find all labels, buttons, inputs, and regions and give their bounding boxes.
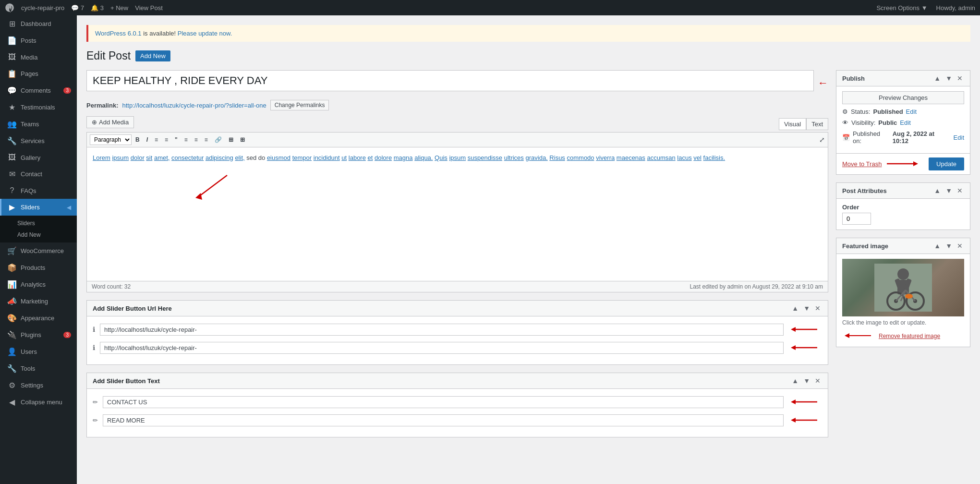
slider-url-input-2[interactable]: http://localhost/luzuk/cycle-repair- [100,342,784,354]
visibility-label: Visibility: [851,119,875,126]
post-attr-down-button[interactable]: ▼ [944,187,954,194]
published-edit-link[interactable]: Edit [954,134,964,141]
status-icon: ⚙ [842,108,848,115]
faqs-icon: ? [7,186,17,195]
update-now-link[interactable]: Please update now. [178,30,232,37]
link-button[interactable]: 🔗 [212,135,225,145]
updates-icon[interactable]: 🔔 3 [91,4,104,12]
submenu-item-add-new[interactable]: Add New [0,229,77,241]
submenu-item-sliders[interactable]: Sliders [0,218,77,229]
new-button[interactable]: + New [110,4,128,12]
comments-icon[interactable]: 💬 7 [71,4,84,12]
post-title-input[interactable]: KEEP HEALTHY , RIDE EVERY DAY [86,70,814,91]
adminbar-left: cycle-repair-pro 💬 7 🔔 3 + New View Post [5,3,163,12]
bold-button[interactable]: B [133,135,143,145]
sidebar-item-collapse[interactable]: ◀ Collapse menu [0,394,77,411]
align-right-button[interactable]: ≡ [202,135,211,145]
sidebar-item-plugins[interactable]: 🔌 Plugins 3 [0,327,77,343]
sidebar-item-contact[interactable]: ✉ Contact [0,166,77,182]
change-permalinks-button[interactable]: Change Permalinks [270,100,329,110]
visibility-edit-link[interactable]: Edit [900,119,910,126]
add-new-button[interactable]: Add New [135,50,170,61]
align-center-button[interactable]: ≡ [192,135,201,145]
slider-url-up-button[interactable]: ▲ [790,304,800,312]
slider-text-input-2[interactable]: READ MORE [103,414,784,426]
publish-down-button[interactable]: ▼ [944,74,954,82]
sidebar-item-settings[interactable]: ⚙ Settings [0,377,77,394]
permalink-url[interactable]: http://localhost/luzuk/cycle-repair-pro/… [122,102,266,109]
remove-featured-image-link[interactable]: Remove featured image [879,333,940,339]
move-to-trash-button[interactable]: Move to Trash [842,160,882,168]
slider-text-close-button[interactable]: ✕ [813,377,822,385]
page-header: Edit Post Add New [86,49,970,62]
sidebar-item-dashboard[interactable]: ⊞ Dashboard [0,15,77,32]
screen-options-button[interactable]: Screen Options ▼ [876,4,927,12]
sidebar-item-label: Dashboard [21,20,51,27]
edit-icon-2[interactable]: ✏ [93,417,98,424]
preview-changes-button[interactable]: Preview Changes [842,91,964,104]
site-name[interactable]: cycle-repair-pro [21,4,64,12]
more-button[interactable]: ⊞ [237,135,248,145]
format-select[interactable]: Paragraph [90,134,132,145]
add-media-button[interactable]: ⊕ Add Media [86,116,134,128]
info-icon-1: ℹ [93,326,95,333]
slider-url-close-button[interactable]: ✕ [813,304,822,312]
sidebar-item-media[interactable]: 🖼 Media [0,49,77,65]
slider-text-header[interactable]: Add Slider Button Text ▲ ▼ ✕ [87,373,828,389]
wp-logo-icon[interactable] [5,3,14,12]
featured-image-thumbnail[interactable] [842,259,964,316]
sidebar-item-pages[interactable]: 📋 Pages [0,65,77,82]
post-attr-close-button[interactable]: ✕ [956,187,964,194]
slider-text-down-button[interactable]: ▼ [802,377,811,385]
editor-area[interactable]: Lorem ipsum dolor sit amet, consectetur … [86,147,828,281]
featured-img-close-button[interactable]: ✕ [956,242,964,250]
wp-version-link[interactable]: WordPress 6.0.1 [95,30,142,37]
tab-text[interactable]: Text [806,118,828,130]
align-left-button[interactable]: ≡ [181,135,191,145]
editor-red-arrow [189,173,246,202]
slider-text-input-1[interactable]: CONTACT US [103,396,784,408]
featured-img-up-button[interactable]: ▲ [932,242,942,250]
publish-up-button[interactable]: ▲ [932,74,942,82]
sidebar-item-sliders[interactable]: ▶ Sliders ◀ [0,199,77,216]
sidebar-item-products[interactable]: 📦 Products [0,259,77,276]
sidebar-item-teams[interactable]: 👥 Teams [0,116,77,133]
slider-url-input-1[interactable]: http://localhost/luzuk/cycle-repair- [100,324,784,336]
trash-arrow [884,158,923,170]
editor-content: Lorem ipsum dolor sit amet, consectetur … [93,153,822,163]
word-count-label: Word count: 32 [92,283,131,290]
unordered-list-button[interactable]: ≡ [152,135,161,145]
publish-close-button[interactable]: ✕ [956,74,964,82]
edit-icon-1[interactable]: ✏ [93,399,98,406]
sidebar-item-posts[interactable]: 📄 Posts [0,32,77,49]
order-input[interactable]: 0 [842,213,871,225]
sidebar-item-services[interactable]: 🔧 Services [0,133,77,149]
blockquote-button[interactable]: " [172,135,181,145]
sidebar-item-testimonials[interactable]: ★ Testimonials [0,99,77,116]
slider-url-down-button[interactable]: ▼ [802,304,811,312]
slider-text-up-button[interactable]: ▲ [790,377,800,385]
post-attr-up-button[interactable]: ▲ [932,187,942,194]
tab-visual[interactable]: Visual [779,118,806,130]
slider-url-header[interactable]: Add Slider Button Url Here ▲ ▼ ✕ [87,301,828,316]
featured-img-down-button[interactable]: ▼ [944,242,954,250]
ordered-list-button[interactable]: ≡ [162,135,171,145]
sidebar-item-marketing[interactable]: 📣 Marketing [0,293,77,310]
sidebar-item-analytics[interactable]: 📊 Analytics [0,276,77,293]
url1-arrow [788,322,822,337]
status-edit-link[interactable]: Edit [906,108,917,115]
sidebar-item-woocommerce[interactable]: 🛒 WooCommerce [0,242,77,259]
sidebar-item-appearance[interactable]: 🎨 Appearance [0,310,77,327]
sidebar-item-faqs[interactable]: ? FAQs [0,182,77,199]
sidebar-item-users[interactable]: 👤 Users [0,343,77,360]
sidebar-item-tools[interactable]: 🔧 Tools [0,360,77,377]
update-button[interactable]: Update [929,157,964,170]
view-post-button[interactable]: View Post [135,4,163,12]
svg-point-24 [905,294,913,299]
sidebar-item-gallery[interactable]: 🖼 Gallery [0,149,77,166]
visibility-icon: 👁 [842,119,848,126]
sidebar-item-comments[interactable]: 💬 Comments 3 [0,82,77,99]
fullscreen-button[interactable]: ⤢ [819,136,825,144]
italic-button[interactable]: I [144,135,151,145]
table-button[interactable]: ⊞ [226,135,236,145]
